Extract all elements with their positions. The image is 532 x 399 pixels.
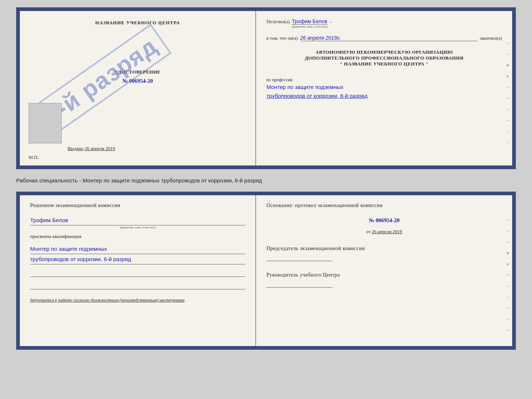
- person-name-sub: (фамилия, имя, отчество): [30, 225, 245, 229]
- photo-placeholder: [29, 103, 62, 143]
- person-block: Трофим Белов (фамилия, имя, отчество): [30, 215, 245, 229]
- person-name: Трофим Белов: [30, 215, 245, 225]
- cert-number: № 006954-20: [30, 78, 245, 84]
- name-sub: (фамилия, имя, отчество): [292, 25, 327, 28]
- blank-line-1: [30, 269, 245, 277]
- bottom-right-panel: Основание: протокол экзаменационной коми…: [256, 195, 512, 346]
- director-block: Руководитель учебного Центра: [266, 272, 502, 288]
- right-decorations: – – и а ← – – – – –: [507, 40, 511, 144]
- cert-right-panel: Получил(а) Трофим Белов (фамилия, имя, о…: [256, 11, 512, 165]
- допускается-prefix: допускается к: [30, 298, 57, 303]
- cert-label: УДОСТОВЕРЕНИЕ: [30, 69, 245, 75]
- director-title: Руководитель учебного Центра: [266, 272, 502, 278]
- director-signature-line: [266, 279, 332, 288]
- profession-line1: Монтер по защите подземных: [266, 83, 502, 92]
- blank-line-2: [30, 281, 245, 289]
- top-certificate: НАЗВАНИЕ УЧЕБНОГО ЦЕНТРА 6-й разряд УДОС…: [16, 7, 516, 169]
- chair-title: Председатель экзаменационной комиссии: [266, 246, 502, 252]
- received-row: Получил(а) Трофим Белов (фамилия, имя, о…: [266, 18, 502, 28]
- in-that-date: 26 апреля 2019г.: [300, 35, 478, 41]
- received-label: Получил(а): [266, 19, 290, 25]
- protocol-date: от 26 апреля 2019: [266, 229, 502, 235]
- cert-issued: Выдано 26 апреля 2019: [68, 146, 115, 152]
- in-that-label: в том, что он(а): [266, 35, 298, 41]
- chair-signature-line: [266, 253, 332, 261]
- specialty-text: Рабочая специальность - Монтер по защите…: [16, 177, 262, 184]
- cert-left-panel: НАЗВАНИЕ УЧЕБНОГО ЦЕНТРА 6-й разряд УДОС…: [20, 11, 256, 165]
- right-dec2: – – – и а ← – – – – –: [507, 217, 511, 332]
- cert-top-title: НАЗВАНИЕ УЧЕБНОГО ЦЕНТРА: [30, 20, 245, 26]
- bottom-left-panel: Решением экзаменационной комиссии Трофим…: [20, 195, 256, 346]
- protocol-number: № 006954-20: [266, 217, 502, 224]
- org-block: АВТОНОМНУЮ НЕКОММЕРЧЕСКУЮ ОРГАНИЗАЦИЮ ДО…: [266, 49, 502, 67]
- qual-line1: Монтер по защите подземных: [30, 244, 245, 254]
- org-name: " НАЗВАНИЕ УЧЕБНОГО ЦЕНТРА ": [266, 61, 502, 67]
- date-row: в том, что он(а) 26 апреля 2019г. окончи…: [266, 35, 502, 41]
- org-line1: АВТОНОМНУЮ НЕКОММЕРЧЕСКУЮ ОРГАНИЗАЦИЮ: [266, 49, 502, 55]
- profession-block: по профессии Монтер по защите подземных …: [266, 75, 502, 100]
- dash1: –: [330, 19, 332, 25]
- bottom-certificate: Решением экзаменационной комиссии Трофим…: [16, 192, 516, 350]
- допускается-value: работе согласно должностным (производств…: [58, 298, 184, 303]
- specialty-label: Рабочая специальность - Монтер по защите…: [16, 175, 516, 186]
- decision-title: Решением экзаменационной комиссии: [30, 203, 245, 209]
- qualification-block: Монтер по защите подземных трубопроводов…: [30, 244, 245, 264]
- profession-label: по профессии: [266, 77, 502, 83]
- mp-label: М.П.: [29, 154, 39, 160]
- org-line2: ДОПОЛНИТЕЛЬНОГО ПРОФЕССИОНАЛЬНОГО ОБРАЗО…: [266, 55, 502, 61]
- basis-title: Основание: протокол экзаменационной коми…: [266, 203, 502, 209]
- chair-block: Председатель экзаменационной комиссии: [266, 246, 502, 261]
- допускается-block: допускается к работе согласно должностны…: [30, 298, 245, 303]
- qual-line2: трубопроводов от коррозии, 6-й разряд: [30, 254, 245, 264]
- received-name: Трофим Белов: [292, 18, 327, 25]
- finished-label: окончил(а): [480, 35, 502, 41]
- assigned-label: присвоена квалификация: [30, 234, 245, 239]
- profession-line2: трубопроводов от коррозии, 6-й разряд: [266, 92, 502, 100]
